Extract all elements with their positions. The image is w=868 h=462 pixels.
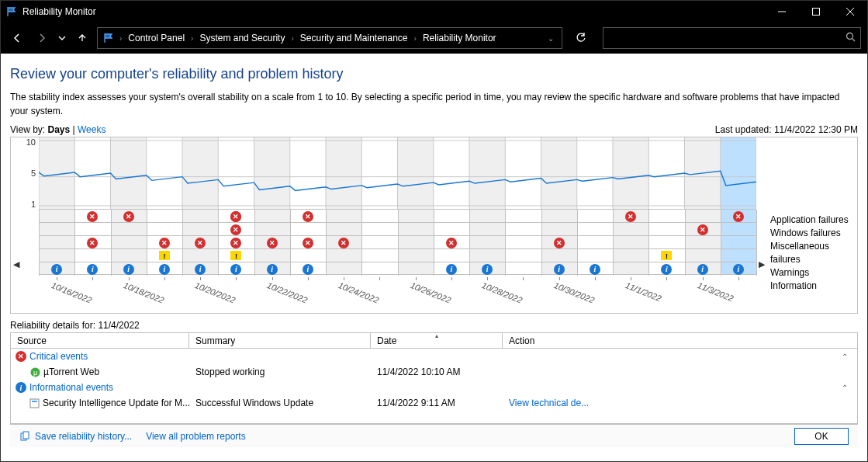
group-info[interactable]: Informational events⌃	[11, 380, 857, 395]
search-input[interactable]	[603, 27, 861, 49]
critical-event-icon[interactable]	[230, 211, 241, 222]
refresh-button[interactable]	[570, 27, 592, 49]
ok-button[interactable]: OK	[794, 428, 849, 445]
critical-event-icon[interactable]	[303, 211, 313, 222]
ytick-1: 1	[31, 200, 36, 209]
info-event-icon[interactable]	[482, 264, 493, 275]
critical-event-icon[interactable]	[87, 211, 98, 222]
critical-event-icon[interactable]	[338, 238, 349, 248]
chart-scroll-left[interactable]: ◀	[11, 137, 22, 313]
critical-event-icon[interactable]	[625, 211, 636, 222]
legend-application-failures: Application failures	[770, 214, 854, 227]
critical-event-icon[interactable]	[303, 238, 313, 248]
svg-line-5	[852, 39, 856, 42]
info-event-icon[interactable]	[303, 264, 313, 275]
titlebar: Reliability Monitor	[1, 1, 867, 23]
collapse-icon[interactable]: ⌃	[842, 384, 848, 392]
critical-event-icon[interactable]	[554, 238, 565, 248]
info-event-icon[interactable]	[230, 264, 241, 275]
date-label: 10/16/2022	[50, 280, 94, 305]
svg-rect-20	[541, 137, 577, 209]
content: Review your computer's reliability and p…	[1, 54, 867, 461]
table-row[interactable]: Security Intelligence Update for M... Su…	[11, 395, 857, 411]
date-label: 10/18/2022	[122, 280, 165, 305]
breadcrumb[interactable]: › Control Panel › System and Security › …	[97, 27, 562, 49]
back-button[interactable]	[7, 28, 27, 48]
warning-event-icon[interactable]: !	[159, 251, 170, 260]
save-history-link[interactable]: Save reliability history...	[35, 431, 132, 442]
collapse-icon[interactable]: ⌃	[842, 353, 848, 361]
action-link[interactable]: View technical de...	[509, 398, 589, 408]
info-event-icon[interactable]	[697, 264, 708, 275]
info-event-icon[interactable]	[159, 264, 170, 275]
critical-event-icon[interactable]	[230, 224, 241, 235]
recent-button[interactable]	[57, 28, 67, 48]
date-label: 11/3/2022	[696, 280, 735, 303]
chart-legend: Application failures Windows failures Mi…	[767, 210, 857, 313]
crumb-control-panel[interactable]: Control Panel	[126, 33, 186, 43]
navbar: › Control Panel › System and Security › …	[1, 23, 867, 54]
col-source[interactable]: Source	[11, 333, 189, 348]
critical-event-icon[interactable]	[195, 238, 206, 248]
critical-event-icon[interactable]	[697, 224, 708, 235]
critical-event-icon[interactable]	[159, 238, 170, 248]
maximize-button[interactable]	[799, 1, 833, 23]
svg-rect-23	[648, 137, 684, 209]
stability-chart[interactable]	[39, 137, 756, 209]
col-action[interactable]: Action	[503, 333, 857, 348]
critical-event-icon[interactable]	[87, 238, 98, 248]
svg-rect-10	[182, 137, 218, 209]
info-event-icon[interactable]	[590, 264, 600, 275]
forward-button[interactable]	[32, 28, 52, 48]
info-event-icon[interactable]	[661, 264, 672, 275]
crumb-reliability-monitor[interactable]: Reliability Monitor	[421, 33, 498, 43]
breadcrumb-dropdown[interactable]: ⌄	[545, 34, 557, 43]
details-box: Source Summary ▴ Date Action Critical ev…	[10, 332, 858, 424]
info-event-icon[interactable]	[123, 264, 134, 275]
info-icon	[16, 382, 26, 393]
minimize-button[interactable]	[765, 1, 799, 23]
svg-text:µ: µ	[33, 369, 36, 377]
table-row[interactable]: µµTorrent Web Stopped working 11/4/2022 …	[11, 364, 857, 380]
info-event-icon[interactable]	[195, 264, 206, 275]
svg-rect-13	[290, 137, 326, 209]
critical-event-icon[interactable]	[123, 211, 134, 222]
warning-event-icon[interactable]: !	[661, 251, 672, 260]
view-by-weeks[interactable]: Weeks	[78, 124, 105, 135]
search-icon	[846, 32, 856, 44]
svg-rect-53	[32, 401, 37, 402]
close-button[interactable]	[833, 1, 867, 23]
up-button[interactable]	[72, 28, 92, 48]
col-summary[interactable]: Summary	[189, 333, 371, 348]
warning-event-icon[interactable]: !	[230, 251, 241, 260]
crumb-system-security[interactable]: System and Security	[198, 33, 286, 43]
critical-event-icon[interactable]	[230, 238, 241, 248]
chart-scroll-right[interactable]: ▶	[756, 137, 767, 313]
date-label: 11/1/2022	[624, 280, 663, 303]
details-body[interactable]: Critical events⌃ µµTorrent Web Stopped w…	[11, 349, 857, 423]
group-critical[interactable]: Critical events⌃	[11, 349, 857, 364]
info-event-icon[interactable]	[51, 264, 62, 275]
view-all-reports-link[interactable]: View all problem reports	[146, 431, 246, 442]
row-application-failures	[39, 209, 756, 222]
group-title: Informational events	[29, 382, 113, 393]
cell-summary: Stopped working	[189, 366, 371, 377]
info-event-icon[interactable]	[554, 264, 565, 275]
info-event-icon[interactable]	[446, 264, 457, 275]
critical-event-icon[interactable]	[446, 238, 457, 248]
col-date[interactable]: ▴ Date	[371, 333, 503, 348]
info-event-icon[interactable]	[733, 264, 744, 275]
critical-event-icon[interactable]	[733, 211, 744, 222]
info-event-icon[interactable]	[87, 264, 98, 275]
breadcrumb-flag-icon	[102, 32, 115, 44]
details-heading: Reliability details for: 11/4/2022	[10, 320, 858, 331]
crumb-security-maintenance[interactable]: Security and Maintenance	[299, 33, 410, 43]
view-by-days[interactable]: Days	[47, 124, 70, 135]
date-label: 10/24/2022	[337, 280, 381, 305]
svg-rect-22	[613, 137, 648, 209]
chevron-right-icon: ›	[118, 34, 123, 43]
critical-event-icon[interactable]	[267, 238, 278, 248]
row-miscellaneous-failures	[39, 235, 756, 248]
info-event-icon[interactable]	[267, 264, 278, 275]
update-icon	[29, 398, 40, 408]
